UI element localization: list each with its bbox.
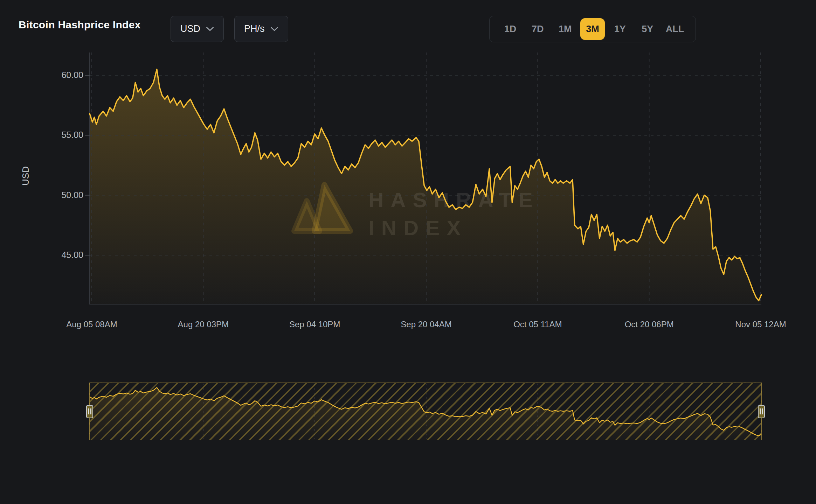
y-axis-label: 50.00 [41, 190, 83, 200]
navigator-area-fill [90, 387, 761, 440]
watermark-line2: INDEX [368, 216, 468, 240]
hashprice-dashboard: Bitcoin Hashprice Index USD PH/s 1D7D1M3… [0, 0, 816, 504]
x-axis-label: Sep 20 04AM [401, 320, 451, 329]
navigator-track[interactable] [89, 383, 762, 440]
x-axis-label: Aug 05 08AM [66, 320, 117, 329]
x-axis-label: Oct 20 06PM [625, 320, 674, 329]
y-axis-label: 60.00 [41, 70, 83, 80]
y-axis-label: 45.00 [41, 250, 83, 260]
navigator-chart [90, 383, 761, 440]
y-axis-label: 55.00 [41, 130, 83, 140]
navigator-right-handle[interactable] [758, 405, 765, 418]
navigator-left-handle[interactable] [86, 405, 93, 418]
x-axis-label: Oct 05 11AM [513, 320, 562, 329]
x-axis-label: Nov 05 12AM [735, 320, 786, 329]
x-axis-label: Aug 20 03PM [178, 320, 229, 329]
price-chart[interactable]: HASHRATEINDEX [0, 0, 816, 350]
x-axis-label: Sep 04 10PM [289, 320, 340, 329]
